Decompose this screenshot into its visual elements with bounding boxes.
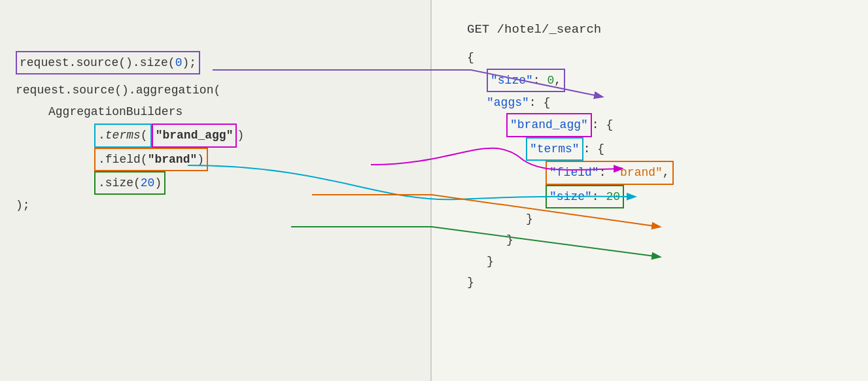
- json-close1: }: [467, 208, 674, 229]
- line-agg-builders: AggregationBuilders: [16, 101, 244, 122]
- right-code-block: GET /hotel/_search { "size": 0, "aggs": …: [451, 7, 689, 305]
- json-close3: }: [467, 251, 674, 272]
- box-request-size: request.source().size(0);: [16, 51, 200, 75]
- line-terms: .terms("brand_agg"): [16, 124, 244, 147]
- box-size20: .size(20): [94, 171, 165, 195]
- endpoint-text: GET /hotel/_search: [467, 22, 601, 37]
- box-json-size: "size": 0,: [487, 69, 565, 92]
- line-close: );: [16, 195, 244, 216]
- json-aggs-line: "aggs": {: [467, 92, 674, 113]
- line-request-size: request.source().size(0);: [16, 51, 244, 75]
- left-panel: request.source().size(0); request.source…: [0, 0, 432, 381]
- json-size20-line: "size": 20: [467, 185, 674, 208]
- right-panel: GET /hotel/_search { "size": 0, "aggs": …: [432, 0, 868, 381]
- json-terms-line: "terms" : {: [467, 137, 674, 161]
- box-brand-agg: "brand_agg": [152, 124, 237, 147]
- json-close4: }: [467, 272, 674, 293]
- box-field: .field("brand"): [94, 148, 208, 171]
- box-json-terms: "terms": [526, 137, 583, 161]
- json-field-line: "field": "brand",: [467, 161, 674, 184]
- json-brand-agg-line: "brand_agg" : {: [467, 113, 674, 137]
- line-field: .field("brand"): [16, 148, 244, 171]
- endpoint-line: GET /hotel/_search: [467, 18, 674, 41]
- box-json-field: "field": "brand",: [546, 161, 674, 184]
- box-json-size20: "size": 20: [546, 185, 624, 208]
- left-code-block: request.source().size(0); request.source…: [0, 39, 260, 228]
- box-json-brand-agg: "brand_agg": [506, 113, 592, 137]
- box-terms: .terms(: [94, 124, 152, 147]
- json-size-line: "size": 0,: [467, 69, 674, 92]
- json-close2: }: [467, 229, 674, 250]
- line-request-agg: request.source().aggregation(: [16, 80, 244, 101]
- line-size20: .size(20): [16, 171, 244, 195]
- json-open: {: [467, 47, 674, 68]
